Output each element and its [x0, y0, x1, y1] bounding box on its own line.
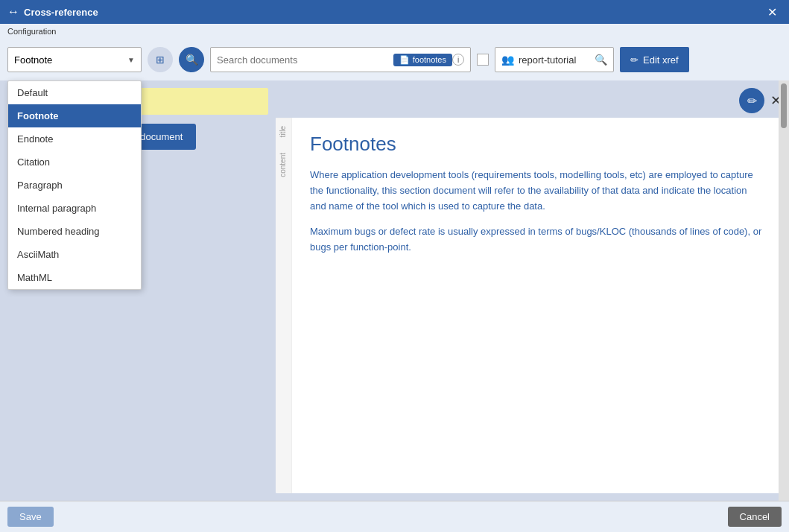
scrollbar[interactable]	[779, 80, 789, 501]
grid-view-button[interactable]: ⊞	[148, 47, 173, 72]
grid-icon: ⊞	[156, 54, 165, 66]
document-body: Footnotes Where application development …	[292, 118, 782, 493]
toolbar: Footnote ▼ ⊞ 🔍 📄 footnotes i 👥 report-tu…	[0, 39, 789, 80]
right-panel: ✏ ✕ title content Footnotes Where applic…	[276, 80, 789, 501]
dropdown-item-default[interactable]: Default	[8, 81, 141, 104]
footnotes-label: footnotes	[413, 55, 446, 64]
save-button[interactable]: Save	[7, 507, 54, 527]
info-icon[interactable]: i	[452, 54, 464, 66]
preview-header: ✏ ✕	[276, 88, 782, 113]
search-icon: 🔍	[186, 54, 198, 66]
type-dropdown[interactable]: Footnote ▼	[7, 47, 142, 72]
search-input[interactable]	[217, 54, 393, 66]
dropdown-item-footnote[interactable]: Footnote	[8, 104, 141, 127]
content-label: content	[276, 145, 291, 185]
document-paragraph-1: Where application development tools (req…	[310, 168, 764, 214]
dropdown-item-citation[interactable]: Citation	[8, 151, 141, 174]
repo-icon: 👥	[501, 54, 514, 66]
dialog-close-button[interactable]: ✕	[763, 4, 782, 21]
filter-checkbox[interactable]	[477, 54, 489, 66]
repo-selector: 👥 report-tutorial 🔍	[495, 47, 614, 72]
title-bar-left: ↔ Cross-reference	[7, 5, 98, 19]
document-paragraph-2: Maximum bugs or defect rate is usually e…	[310, 224, 764, 256]
pencil-icon: ✏	[747, 94, 757, 108]
title-label: title	[276, 118, 291, 145]
dropdown-item-endnote[interactable]: Endnote	[8, 127, 141, 151]
document-title: Footnotes	[310, 133, 764, 156]
type-dropdown-menu: Default Footnote Endnote Citation Paragr…	[7, 80, 142, 290]
cross-reference-icon: ↔	[7, 5, 19, 19]
dropdown-item-internal-paragraph[interactable]: Internal paragraph	[8, 197, 141, 220]
doc-sidebar-labels: title content	[276, 118, 292, 493]
search-button[interactable]: 🔍	[179, 47, 204, 72]
footnotes-badge: 📄 footnotes	[393, 54, 452, 66]
title-bar: ↔ Cross-reference ✕	[0, 0, 789, 24]
edit-xref-icon: ✏	[630, 54, 639, 66]
config-label: Configuration	[0, 24, 789, 39]
edit-xref-button[interactable]: ✏ Edit xref	[620, 47, 689, 72]
bottom-bar: Save Cancel	[0, 501, 789, 532]
dropdown-selected-value: Footnote	[14, 54, 52, 66]
dropdown-item-mathml[interactable]: MathML	[8, 266, 141, 289]
document-preview: title content Footnotes Where applicatio…	[276, 118, 782, 493]
search-container: 📄 footnotes i	[210, 47, 471, 72]
edit-document-button[interactable]: ✏	[739, 88, 764, 113]
dropdown-item-numbered-heading[interactable]: Numbered heading	[8, 220, 141, 243]
dropdown-item-paragraph[interactable]: Paragraph	[8, 174, 141, 197]
scrollbar-thumb[interactable]	[781, 83, 787, 128]
dropdown-item-asciimath[interactable]: AsciiMath	[8, 243, 141, 266]
dropdown-arrow-icon: ▼	[127, 56, 135, 64]
cancel-button[interactable]: Cancel	[728, 507, 782, 527]
edit-xref-label: Edit xref	[643, 54, 679, 66]
repo-search-button[interactable]: 🔍	[595, 54, 607, 66]
dialog-title: Cross-reference	[24, 7, 98, 18]
repo-name: report-tutorial	[519, 54, 590, 66]
footnotes-doc-icon: 📄	[399, 55, 410, 65]
